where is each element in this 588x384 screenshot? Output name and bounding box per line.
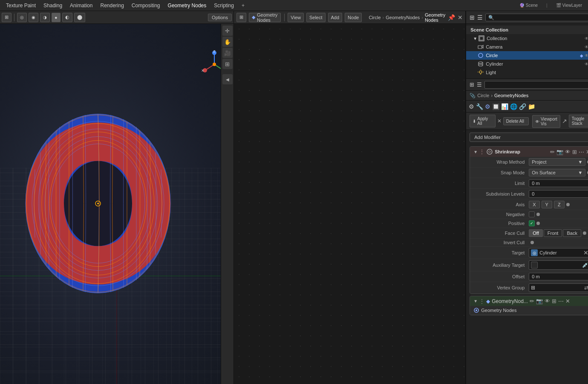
- gn-icon-more[interactable]: ⋯: [558, 298, 564, 304]
- viewport-shading-btn[interactable]: ◎: [17, 13, 27, 22]
- offset-input[interactable]: [529, 273, 588, 280]
- apply-all-close[interactable]: ✕: [497, 118, 502, 124]
- aux-eyedropper[interactable]: 💉: [582, 262, 588, 268]
- viewport-vis-expand[interactable]: ↗: [562, 118, 567, 124]
- delete-all-btn[interactable]: Delete All: [503, 117, 529, 125]
- props-pin-icon[interactable]: 📎: [470, 93, 476, 98]
- close-btn[interactable]: ✕: [458, 14, 463, 21]
- pin-btn[interactable]: 📌: [448, 14, 455, 21]
- gn-icon-grid[interactable]: ⊞: [552, 298, 556, 304]
- icon-shader[interactable]: 🔲: [492, 103, 499, 110]
- limit-value: [529, 179, 588, 187]
- sc-collection-vis[interactable]: 👁: [585, 36, 588, 41]
- menu-rendering[interactable]: Rendering: [97, 2, 127, 9]
- viewport-options-btn[interactable]: Options: [208, 14, 232, 21]
- menu-texture-paint[interactable]: Texture Paint: [3, 2, 39, 9]
- breadcrumb-circle[interactable]: Circle: [369, 15, 380, 20]
- menu-compositing[interactable]: Compositing: [128, 2, 164, 9]
- fc-back-btn[interactable]: Back: [563, 229, 581, 237]
- icon-active[interactable]: ⚙: [485, 103, 490, 110]
- sc-collection[interactable]: ▼ Collection 👁 📷: [466, 34, 588, 43]
- menu-scripting[interactable]: Scripting: [210, 2, 237, 9]
- props-breadcrumb: 📎 Circle › GeometryNodes 📌: [466, 91, 588, 101]
- axis-x-btn[interactable]: X: [529, 201, 539, 208]
- sc-light[interactable]: Light 👁: [466, 68, 588, 77]
- add-modifier-btn[interactable]: Add Modifier: [470, 133, 588, 142]
- toolbar-grid-icon[interactable]: ⊞: [222, 59, 233, 69]
- node-editor-type-btn[interactable]: ◆ Geometry Nodes: [249, 13, 281, 22]
- breadcrumb-active[interactable]: Geometry Nodes: [425, 12, 445, 23]
- sc-camera[interactable]: Camera 👁 📷: [466, 43, 588, 51]
- apply-all-btn[interactable]: ⬇ Apply All: [470, 115, 495, 127]
- props-icon-list[interactable]: ☰: [477, 81, 482, 88]
- menu-animation[interactable]: Animation: [66, 2, 96, 9]
- snap-mode-dropdown[interactable]: On Surface ▼: [529, 169, 585, 176]
- viewport-xray-btn[interactable]: ◑: [40, 13, 50, 22]
- viewport-canvas[interactable]: Z Y X ✛ ✋ 🎥 ⊞: [0, 24, 233, 384]
- sw-icon-more[interactable]: ⊞: [572, 149, 577, 155]
- menu-shading[interactable]: Shading: [40, 2, 66, 9]
- viewport-vis-btn[interactable]: 👁 Viewport Vis: [532, 115, 560, 128]
- toolbar-move-icon[interactable]: ✋: [222, 37, 233, 47]
- node-view-btn[interactable]: View: [288, 13, 304, 22]
- breadcrumb-geometry-nodes[interactable]: GeometryNodes: [386, 15, 420, 20]
- node-canvas[interactable]: ▼ Geometry to Instance Instances Geometr…: [234, 24, 465, 384]
- geometry-nodes-header[interactable]: ▼ ⋮ ◆ GeometryNod... ✏ 📷 👁 ⊞ ⋯ ✕: [470, 296, 588, 306]
- props-icon-layout[interactable]: ⊞: [470, 81, 474, 88]
- sc-camera-vis[interactable]: 👁: [585, 45, 588, 49]
- fc-off-btn[interactable]: Off: [529, 229, 542, 237]
- icon-particles[interactable]: ⚙: [469, 103, 474, 110]
- subdivision-input[interactable]: [529, 190, 588, 198]
- viewport-mode-btn[interactable]: ⊞: [2, 13, 12, 22]
- panel-search-input[interactable]: [485, 14, 588, 21]
- gn-icon-edit[interactable]: ✏: [530, 298, 534, 304]
- gn-icon-cam[interactable]: 📷: [536, 298, 543, 304]
- bc-circle[interactable]: Circle: [477, 93, 489, 98]
- axis-y-btn[interactable]: Y: [542, 201, 552, 208]
- bc-gn[interactable]: GeometryNodes: [494, 93, 528, 98]
- limit-input[interactable]: [529, 179, 588, 187]
- sc-cylinder[interactable]: Cylinder 👁 📷: [466, 60, 588, 68]
- sc-circle-vis[interactable]: 👁: [585, 53, 588, 58]
- viewport-overlay-btn[interactable]: ◉: [29, 13, 38, 22]
- sw-icon-display[interactable]: 👁: [565, 149, 571, 155]
- sw-icon-dots[interactable]: ⋯: [579, 149, 584, 155]
- icon-object2[interactable]: 📁: [528, 103, 535, 110]
- props-search-input[interactable]: [484, 81, 588, 89]
- toolbar-collapse-icon[interactable]: ◀: [222, 74, 233, 84]
- sw-icon-camera[interactable]: 📷: [556, 149, 563, 155]
- fc-front-btn[interactable]: Front: [544, 229, 562, 237]
- icon-material[interactable]: 🌐: [510, 103, 517, 110]
- toolbar-cursor-icon[interactable]: ✛: [222, 26, 233, 36]
- shrinkwrap-header[interactable]: ▼ ⋮ Shrinkwrap ✏ 📷 👁 ⊞ ⋯ ✕: [470, 147, 588, 157]
- icon-data[interactable]: 📊: [501, 103, 508, 110]
- sc-cylinder-vis[interactable]: 👁: [585, 62, 588, 66]
- positive-checkbox[interactable]: [529, 220, 535, 226]
- sw-close[interactable]: ✕: [586, 149, 588, 155]
- icon-object[interactable]: 🔧: [476, 103, 483, 110]
- target-clear-btn[interactable]: ✕: [583, 249, 588, 256]
- toolbar-camera-icon[interactable]: 🎥: [222, 48, 233, 58]
- sw-icon-edit[interactable]: ✏: [550, 149, 555, 155]
- node-node-btn[interactable]: Node: [345, 13, 362, 22]
- icon-constraint[interactable]: 🔗: [519, 103, 526, 110]
- viewport-material-btn[interactable]: ◐: [62, 13, 72, 22]
- viewport-render-btn[interactable]: ⬤: [74, 13, 85, 22]
- negative-checkbox[interactable]: [529, 211, 535, 217]
- wrap-method-dropdown[interactable]: Project ▼: [529, 158, 585, 166]
- axis-z-btn[interactable]: Z: [554, 201, 565, 208]
- toggle-stack-btn[interactable]: Toggle Stack: [569, 115, 588, 127]
- panel-icon-layout[interactable]: ⊞: [470, 14, 475, 21]
- node-add-btn[interactable]: Add: [328, 13, 343, 22]
- sc-collection-expand[interactable]: ▼: [473, 36, 477, 41]
- gn-icon-vis[interactable]: 👁: [545, 298, 550, 304]
- sc-circle[interactable]: Circle ◆ 👁 📷: [466, 51, 588, 60]
- panel-icon-list[interactable]: ☰: [477, 14, 483, 21]
- viewport-solid-btn[interactable]: ●: [52, 13, 61, 22]
- menu-geometry-nodes[interactable]: Geometry Nodes: [164, 2, 210, 9]
- menu-plus[interactable]: +: [238, 2, 248, 9]
- node-select-btn[interactable]: Select: [306, 13, 326, 22]
- gn-close[interactable]: ✕: [565, 298, 570, 304]
- node-editor-mode-btn[interactable]: ⊞: [236, 13, 246, 22]
- vertex-group-swap[interactable]: ⇄: [584, 285, 588, 291]
